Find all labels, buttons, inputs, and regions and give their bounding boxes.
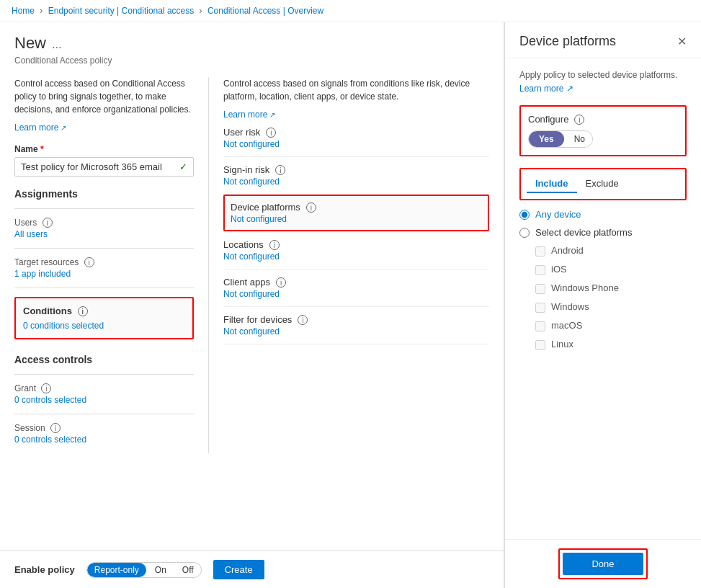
any-device-radio[interactable] xyxy=(519,210,530,220)
conditions-value[interactable]: 0 conditions selected xyxy=(23,321,185,331)
device-platforms-info[interactable]: i xyxy=(306,202,316,213)
breadcrumb-endpoint[interactable]: Endpoint security | Conditional access xyxy=(48,6,195,16)
conditions-box[interactable]: Conditions i 0 conditions selected xyxy=(14,297,194,339)
name-input-display[interactable]: Test policy for Microsoft 365 email ✓ xyxy=(14,157,194,177)
enable-toggle-group[interactable]: Report-only On Off xyxy=(86,562,202,578)
platform-android[interactable]: Android xyxy=(535,245,687,257)
left-desc: Control access based on Conditional Acce… xyxy=(14,77,194,116)
panel-header: Device platforms ✕ xyxy=(505,22,701,58)
page-subtitle: Conditional Access policy xyxy=(14,55,489,66)
configure-section: Configure i Yes No xyxy=(519,105,687,156)
filter-devices-info[interactable]: i xyxy=(298,315,308,325)
session-value[interactable]: 0 controls selected xyxy=(14,435,194,445)
device-platforms-status[interactable]: Not configured xyxy=(231,214,482,224)
toggle-off[interactable]: Off xyxy=(175,563,201,577)
left-learn-more[interactable]: Learn more xyxy=(14,122,66,133)
condition-signin-risk: Sign-in risk i Not configured xyxy=(223,157,489,195)
platform-windows[interactable]: Windows xyxy=(535,301,687,313)
panel-learn-more[interactable]: Learn more ↗ xyxy=(519,84,573,94)
configure-label: Configure i xyxy=(528,114,678,125)
condition-user-risk: User risk i Not configured xyxy=(223,120,489,157)
target-resources-value[interactable]: 1 app included xyxy=(14,269,194,279)
windows-checkbox[interactable] xyxy=(535,303,545,313)
close-panel-button[interactable]: ✕ xyxy=(677,35,687,48)
toggle-report-only[interactable]: Report-only xyxy=(87,563,146,577)
name-label: Name * xyxy=(14,144,194,154)
any-device-option[interactable]: Any device xyxy=(519,209,687,220)
linux-checkbox[interactable] xyxy=(535,340,545,350)
enable-policy-bar: Enable policy Report-only On Off Create xyxy=(0,551,504,588)
locations-status[interactable]: Not configured xyxy=(223,251,489,262)
filter-devices-status[interactable]: Not configured xyxy=(223,326,489,337)
panel-footer: Done xyxy=(505,539,701,588)
breadcrumb-home[interactable]: Home xyxy=(12,6,35,16)
breadcrumb: Home › Endpoint security | Conditional a… xyxy=(0,0,701,22)
signin-risk-info[interactable]: i xyxy=(275,165,285,175)
platform-linux[interactable]: Linux xyxy=(535,339,687,350)
condition-filter-devices: Filter for devices i Not configured xyxy=(223,307,489,344)
platform-checkbox-list: Android iOS Windows Phone Windows macOS xyxy=(535,245,687,350)
client-apps-status[interactable]: Not configured xyxy=(223,289,489,299)
panel-desc: Apply policy to selected device platform… xyxy=(519,70,687,80)
android-checkbox[interactable] xyxy=(535,246,545,257)
select-platforms-radio[interactable] xyxy=(519,228,530,238)
right-learn-more[interactable]: Learn more xyxy=(223,110,275,120)
condition-client-apps: Client apps i Not configured xyxy=(223,270,489,307)
done-box: Done xyxy=(558,548,647,579)
windows-phone-checkbox[interactable] xyxy=(535,284,545,294)
access-controls-title: Access controls xyxy=(14,354,194,365)
create-button[interactable]: Create xyxy=(213,560,264,579)
enable-policy-label: Enable policy xyxy=(14,564,75,575)
configure-info-icon[interactable]: i xyxy=(574,115,584,125)
users-info-icon[interactable]: i xyxy=(43,218,53,228)
conditions-title: Conditions i xyxy=(23,306,185,316)
target-resources-info-icon[interactable]: i xyxy=(84,257,94,267)
target-resources-label: Target resources i xyxy=(14,257,194,267)
left-panel: New ... Conditional Access policy Contro… xyxy=(0,22,504,588)
condition-device-platforms: Device platforms i Not configured xyxy=(223,195,489,232)
users-label: Users i xyxy=(14,218,194,228)
panel-title: Device platforms xyxy=(519,34,616,49)
page-title-dots: ... xyxy=(52,38,61,51)
condition-locations: Locations i Not configured xyxy=(223,232,489,270)
configure-toggle[interactable]: Yes No xyxy=(528,130,593,148)
ios-checkbox[interactable] xyxy=(535,265,545,275)
session-info-icon[interactable]: i xyxy=(50,423,61,433)
include-exclude-tabs: Include Exclude xyxy=(519,168,687,200)
platform-windows-phone[interactable]: Windows Phone xyxy=(535,282,687,294)
breadcrumb-conditional-access[interactable]: Conditional Access | Overview xyxy=(207,6,323,16)
toggle-yes[interactable]: Yes xyxy=(529,131,564,147)
assignments-title: Assignments xyxy=(14,188,194,200)
platform-radio-group: Any device Select device platforms xyxy=(519,209,687,238)
device-platforms-box[interactable]: Device platforms i Not configured xyxy=(223,195,489,231)
panel-body: Apply policy to selected device platform… xyxy=(505,58,701,369)
tab-exclude[interactable]: Exclude xyxy=(577,175,628,193)
platform-ios[interactable]: iOS xyxy=(535,264,687,275)
toggle-no[interactable]: No xyxy=(564,131,593,147)
right-desc: Control access based on signals from con… xyxy=(223,77,489,103)
conditions-info-icon[interactable]: i xyxy=(78,306,88,316)
user-risk-status[interactable]: Not configured xyxy=(223,139,489,149)
locations-info[interactable]: i xyxy=(269,240,280,250)
signin-risk-status[interactable]: Not configured xyxy=(223,177,489,187)
macos-checkbox[interactable] xyxy=(535,321,545,331)
tab-include[interactable]: Include xyxy=(527,175,577,193)
select-platforms-option[interactable]: Select device platforms xyxy=(519,227,687,238)
grant-info-icon[interactable]: i xyxy=(41,383,51,393)
grant-value[interactable]: 0 controls selected xyxy=(14,395,194,405)
platform-macos[interactable]: macOS xyxy=(535,320,687,331)
page-title: New xyxy=(14,34,46,53)
client-apps-info[interactable]: i xyxy=(276,277,286,288)
users-value[interactable]: All users xyxy=(14,229,194,239)
user-risk-info[interactable]: i xyxy=(266,128,276,138)
done-button[interactable]: Done xyxy=(563,553,643,575)
session-label: Session i xyxy=(14,423,194,433)
grant-label: Grant i xyxy=(14,383,194,393)
toggle-on[interactable]: On xyxy=(148,563,174,577)
device-platforms-panel: Device platforms ✕ Apply policy to selec… xyxy=(504,22,701,588)
